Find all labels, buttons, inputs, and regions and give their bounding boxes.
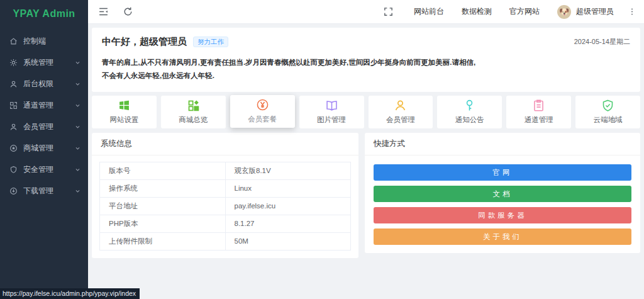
feature-card-image-management[interactable]: 图片管理: [299, 96, 364, 128]
fullscreen-icon[interactable]: [383, 6, 394, 17]
dog-avatar-icon: 🐶: [559, 7, 569, 16]
same-server-button[interactable]: 同款服务器: [374, 207, 631, 223]
shield-icon: [9, 166, 18, 174]
panels-row: 系统信息 版本号 观玄版8.1V 操作系统 Linux: [92, 133, 640, 258]
star-circle-icon: [9, 144, 18, 152]
user-icon: [9, 80, 18, 88]
feature-card-row: 网站设置 商城总览 会员套餐 图片管理 会员管理 通知公告: [92, 96, 640, 128]
top-bar: 网站前台 数据检测 官方网站 🐶 超级管理员: [88, 0, 644, 24]
system-info-panel: 系统信息 版本号 观玄版8.1V 操作系统 Linux: [92, 133, 358, 258]
info-value: pay.ifelse.icu: [225, 197, 351, 215]
link-official-site[interactable]: 官方网站: [509, 6, 540, 17]
sidebar-item-label: 后台权限: [23, 79, 53, 89]
sidebar-item-label: 商城管理: [23, 143, 53, 154]
about-us-button[interactable]: 关于我们: [374, 228, 631, 245]
refresh-icon[interactable]: [123, 6, 133, 17]
chevron-down-icon: [75, 81, 80, 87]
info-value: 50M: [225, 232, 351, 250]
clipboard-icon: [532, 99, 545, 112]
feature-card-label: 通道管理: [525, 115, 553, 125]
link-site-front[interactable]: 网站前台: [414, 6, 444, 17]
chevron-down-icon: [75, 124, 80, 130]
user-name[interactable]: 超级管理员: [576, 6, 614, 17]
top-bar-right: 网站前台 数据检测 官方网站 🐶 超级管理员: [383, 5, 636, 19]
browser-status-url: https://pay.ifelse.icu/admin.php/ypay.vi…: [0, 288, 140, 299]
windows-grid-icon: [118, 99, 131, 112]
link-data-check[interactable]: 数据检测: [462, 6, 492, 17]
docs-button[interactable]: 文档: [374, 186, 631, 202]
info-label: 版本号: [100, 162, 226, 179]
user-avatar[interactable]: 🐶: [557, 5, 571, 19]
feature-card-member-management[interactable]: 会员管理: [369, 96, 433, 128]
sidebar-item-label: 下载管理: [23, 186, 53, 196]
sidebar-item-security[interactable]: 安全管理: [0, 159, 88, 180]
yen-circle-icon: [256, 98, 269, 111]
feature-card-label: 图片管理: [317, 115, 346, 125]
greeting-title: 中午好，超级管理员: [102, 36, 187, 48]
sidebar-item-admin-permissions[interactable]: 后台权限: [0, 73, 88, 94]
table-row: PHP版本 8.1.27: [100, 215, 351, 232]
sidebar: YPAY Admin 控制端 系统管理 后台权限 通道管理 会员管理: [0, 0, 88, 299]
download-circle-icon: [9, 187, 18, 195]
main-area: 网站前台 数据检测 官方网站 🐶 超级管理员 中午好，超级管理员 努力工作 20…: [88, 0, 644, 299]
current-date: 2024-05-14星期二: [574, 37, 630, 47]
greeting-card: 中午好，超级管理员 努力工作 2024-05-14星期二 青年的肩上,从不只有清…: [92, 28, 640, 92]
chevron-down-icon: [75, 188, 80, 194]
key-icon: [463, 99, 476, 112]
app-grid-icon: [187, 99, 200, 112]
info-label: 平台地址: [100, 197, 226, 215]
gear-icon: [9, 59, 18, 67]
sidebar-item-dashboard[interactable]: 控制端: [0, 30, 88, 52]
sidebar-item-mall[interactable]: 商城管理: [0, 137, 88, 159]
info-value: Linux: [225, 179, 351, 197]
quick-links-title: 快捷方式: [365, 133, 640, 155]
feature-card-site-settings[interactable]: 网站设置: [92, 96, 157, 128]
quick-links-panel: 快捷方式 官网 文档 同款服务器 关于我们: [365, 133, 640, 253]
table-row: 上传附件限制 50M: [100, 232, 351, 250]
daily-quote: 青年的肩上,从不只有清风明月,更有责任担当.岁月因青春慨然以赴而更加美好,世间因…: [102, 56, 479, 83]
sidebar-item-members[interactable]: 会员管理: [0, 116, 88, 137]
info-label: 上传附件限制: [100, 232, 226, 250]
feature-card-label: 商城总览: [179, 115, 208, 125]
chevron-down-icon: [75, 167, 80, 172]
sidebar-item-label: 系统管理: [23, 57, 53, 68]
sidebar-item-label: 安全管理: [23, 164, 53, 175]
feature-card-label: 云端地域: [594, 115, 623, 125]
feature-card-label: 网站设置: [109, 115, 138, 125]
feature-card-announcements[interactable]: 通知公告: [437, 96, 502, 128]
book-icon: [325, 99, 338, 112]
work-hard-badge: 努力工作: [193, 37, 228, 47]
user-icon: [9, 123, 18, 131]
content: 中午好，超级管理员 努力工作 2024-05-14星期二 青年的肩上,从不只有清…: [88, 24, 644, 299]
home-icon: [9, 37, 18, 45]
chevron-down-icon: [75, 103, 80, 108]
feature-card-member-packages[interactable]: 会员套餐: [230, 95, 295, 128]
sidebar-item-downloads[interactable]: 下载管理: [0, 180, 88, 201]
feature-card-cloud-regions[interactable]: 云端地域: [575, 96, 640, 128]
sidebar-item-label: 通道管理: [23, 100, 53, 111]
shield-check-icon: [601, 99, 614, 112]
table-row: 操作系统 Linux: [100, 179, 351, 197]
table-row: 版本号 观玄版8.1V: [100, 162, 351, 179]
official-site-button[interactable]: 官网: [374, 164, 631, 181]
feature-card-label: 会员套餐: [248, 115, 277, 124]
sidebar-item-channels[interactable]: 通道管理: [0, 94, 88, 116]
collapse-menu-icon[interactable]: [98, 6, 109, 17]
person-icon: [394, 99, 407, 112]
sidebar-item-label: 会员管理: [23, 121, 53, 132]
feature-card-mall-overview[interactable]: 商城总览: [161, 96, 226, 128]
info-label: PHP版本: [100, 215, 226, 232]
sidebar-item-label: 控制端: [23, 36, 46, 47]
info-label: 操作系统: [100, 179, 226, 197]
chevron-down-icon: [75, 60, 80, 65]
sidebar-menu: 控制端 系统管理 后台权限 通道管理 会员管理 商城管理: [0, 28, 88, 201]
app-logo: YPAY Admin: [0, 0, 88, 28]
system-info-title: 系统信息: [92, 133, 358, 155]
more-vertical-icon[interactable]: [628, 6, 636, 17]
info-value: 观玄版8.1V: [225, 162, 351, 179]
system-info-table: 版本号 观玄版8.1V 操作系统 Linux 平台地址 pay.ifelse.i…: [99, 162, 351, 251]
channel-grid-icon: [9, 101, 18, 110]
feature-card-channel-management[interactable]: 通道管理: [506, 96, 571, 128]
sidebar-item-system[interactable]: 系统管理: [0, 52, 88, 73]
chevron-down-icon: [75, 145, 80, 151]
